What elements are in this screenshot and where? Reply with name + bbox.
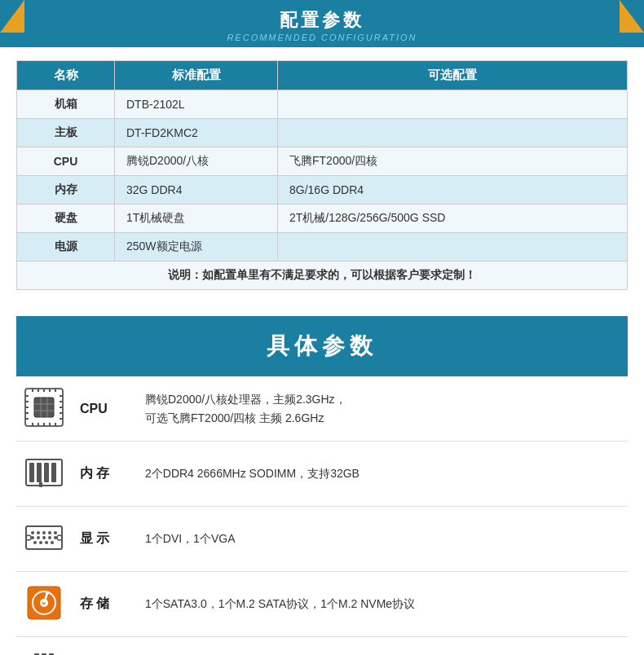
svg-point-43 [33,541,37,544]
params-title: 具体参数 [16,331,628,362]
svg-rect-30 [51,463,56,482]
param-row-storage: 存 储 1个SATA3.0，1个M.2 SATA协议，1个M.2 NVMe协议 [16,572,628,637]
storage-icon-cell [16,572,72,637]
row-name: 内存 [17,176,115,204]
cpu-value: 腾锐D2000/八核处理器，主频2.3GHz， 可选飞腾FT2000/四核 主频… [137,376,628,442]
table-row: 内存 32G DDR4 8G/16G DDR4 [17,176,628,204]
cpu-label: CPU [72,376,137,442]
table-row: 机箱 DTB-2102L [17,90,628,119]
notice-row: 说明：如配置单里有不满足要求的，可以根据客户要求定制！ [17,262,628,290]
cpu-icon [24,388,64,427]
row-optional [278,90,628,119]
header-title-box: 配置参数 RECOMMENDED CONFIGURATION [194,8,449,42]
param-row-cpu: CPU 腾锐D2000/八核处理器，主频2.3GHz， 可选飞腾FT2000/四… [16,376,628,442]
params-table: CPU 腾锐D2000/八核处理器，主频2.3GHz， 可选飞腾FT2000/四… [16,376,628,655]
memory-icon-cell [16,442,72,507]
svg-point-36 [48,531,51,534]
svg-point-39 [37,536,40,539]
storage-icon [24,583,64,622]
row-name: 机箱 [17,90,115,119]
left-triangle-decoration [0,0,24,33]
row-standard: DTB-2102L [115,90,278,119]
cpu-icon-cell [16,376,72,442]
col-header-optional: 可选配置 [278,61,628,90]
memory-value: 2个DDR4 2666MHz SODIMM，支持32GB [137,442,628,507]
row-optional [278,119,628,147]
row-standard: 1T机械硬盘 [115,204,278,233]
config-table: 名称 标准配置 可选配置 机箱 DTB-2102L 主板 DT-FD2KMC2 … [16,60,628,290]
col-header-name: 名称 [17,61,115,90]
header-title-en: RECOMMENDED CONFIGURATION [227,33,417,42]
param-row-memory: 内 存 2个DDR4 2666MHz SODIMM，支持32GB [16,442,628,507]
row-name: 硬盘 [17,204,115,233]
storage-label: 存 储 [72,572,137,637]
row-standard: 腾锐D2000/八核 [115,147,278,176]
col-header-standard: 标准配置 [115,61,278,90]
display-icon [24,518,64,557]
table-row: CPU 腾锐D2000/八核 飞腾FT2000/四核 [17,147,628,176]
svg-point-46 [51,541,54,544]
config-table-section: 名称 标准配置 可选配置 机箱 DTB-2102L 主板 DT-FD2KMC2 … [0,47,644,303]
row-name: CPU [17,147,115,176]
memory-label: 内 存 [72,442,137,507]
table-row: 硬盘 1T机械硬盘 2T机械/128G/256G/500G SSD [17,204,628,233]
display-value: 1个DVI，1个VGA [137,507,628,572]
svg-rect-28 [37,463,42,482]
header-title-zh: 配置参数 [227,8,417,33]
network-icon [24,648,64,655]
network-icon-cell [16,637,72,656]
network-value: 2个自适应千兆网口 [137,637,628,656]
notice-text: 说明：如配置单里有不满足要求的，可以根据客户要求定制！ [17,262,628,290]
row-optional: 飞腾FT2000/四核 [278,147,628,176]
svg-point-37 [54,531,57,534]
config-header: 配置参数 RECOMMENDED CONFIGURATION [0,0,644,47]
row-optional: 8G/16G DDR4 [278,176,628,204]
svg-rect-21 [34,398,54,417]
params-header: 具体参数 [16,316,628,376]
params-section: CPU 腾锐D2000/八核处理器，主频2.3GHz， 可选飞腾FT2000/四… [0,376,644,655]
param-row-network: 网 络 2个自适应千兆网口 [16,637,628,656]
network-label: 网 络 [72,637,137,656]
display-icon-cell [16,507,72,572]
row-standard: 250W额定电源 [115,233,278,262]
svg-point-45 [45,541,48,544]
svg-point-35 [42,531,46,534]
svg-point-41 [48,536,51,539]
svg-point-34 [37,531,40,534]
svg-point-40 [42,536,46,539]
storage-value: 1个SATA3.0，1个M.2 SATA协议，1个M.2 NVMe协议 [137,572,628,637]
table-row: 电源 250W额定电源 [17,233,628,262]
row-optional: 2T机械/128G/256G/500G SSD [278,204,628,233]
row-standard: 32G DDR4 [115,176,278,204]
svg-point-33 [31,531,34,534]
table-row: 主板 DT-FD2KMC2 [17,119,628,147]
svg-point-44 [39,541,42,544]
svg-rect-29 [44,463,49,482]
svg-rect-27 [29,463,34,482]
param-row-display: 显 示 1个DVI，1个VGA [16,507,628,572]
display-label: 显 示 [72,507,137,572]
row-name: 电源 [17,233,115,262]
row-optional [278,233,628,262]
svg-point-54 [46,591,49,595]
row-name: 主板 [17,119,115,147]
memory-icon [24,453,64,492]
svg-rect-31 [39,482,42,487]
right-triangle-decoration [620,0,644,33]
row-standard: DT-FD2KMC2 [115,119,278,147]
